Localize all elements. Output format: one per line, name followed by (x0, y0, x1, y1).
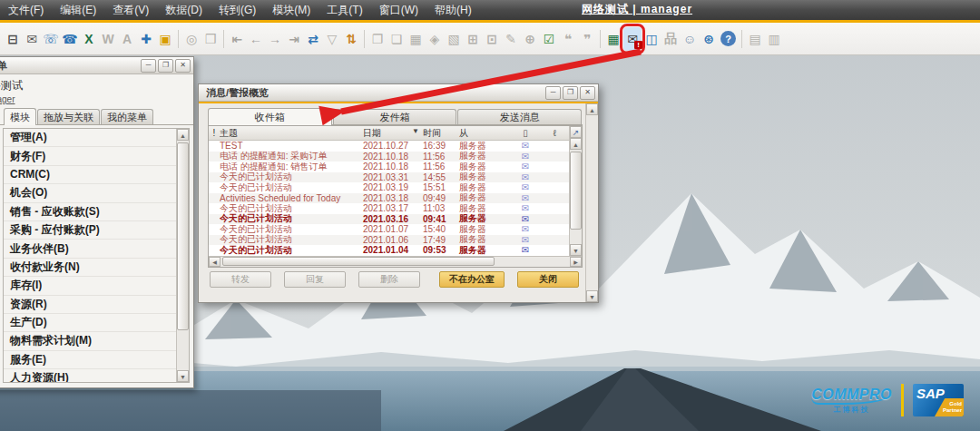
scroll-right-icon[interactable]: ▶ (570, 257, 582, 267)
menu-item[interactable]: 模块(M) (264, 0, 318, 20)
envelope-icon[interactable]: ✉ (505, 141, 546, 151)
envelope-icon[interactable]: ✉ (505, 172, 546, 182)
col-from[interactable]: 从 (459, 127, 505, 140)
table-row[interactable]: 今天的已计划活动 2021.03.19 15:51 服务器 ✉ (209, 182, 569, 193)
menu-item[interactable]: 查看(V) (104, 0, 157, 20)
scroll-up-icon[interactable]: ▲ (177, 129, 189, 141)
envelope-icon[interactable]: ✉ (505, 235, 546, 245)
scroll-left-icon[interactable]: ◀ (209, 257, 220, 267)
sidebar-item[interactable]: 收付款业务(N) (4, 259, 176, 277)
first-record-icon[interactable]: ⇤ (228, 27, 246, 51)
comment-icon[interactable]: ❝ (559, 27, 577, 51)
sidebar-item[interactable]: 业务伙伴(B) (4, 240, 176, 258)
export-excel-icon[interactable]: X (80, 27, 98, 51)
toolbar-divider[interactable] (223, 30, 224, 48)
tab-my-menu[interactable]: 我的菜单 (101, 109, 153, 124)
report2-icon[interactable]: ▥ (765, 27, 783, 51)
tab-outbox[interactable]: 发件箱 (333, 109, 457, 124)
envelope-icon[interactable]: ✉ (505, 203, 546, 213)
envelope-icon[interactable]: ✉ (505, 182, 546, 192)
fax-icon[interactable]: ☎ (61, 27, 79, 51)
toolbar-divider[interactable] (741, 30, 742, 48)
edit-icon[interactable]: ✎ (502, 27, 520, 51)
copy-from-icon[interactable]: ❏ (387, 27, 406, 51)
scroll-down-icon[interactable]: ▼ (177, 370, 189, 382)
menu-item[interactable]: 工具(T) (318, 0, 370, 20)
queue-icon[interactable]: ❒ (201, 27, 220, 51)
sidebar-scrollbar[interactable]: ▲ ▼ (176, 129, 189, 382)
col-status document-icon[interactable]: ▯ (505, 128, 546, 138)
toolbar-divider[interactable] (364, 30, 365, 48)
col-attachment paperclip-icon[interactable]: ℓ (546, 128, 563, 138)
scroll-down-icon[interactable]: ▼ (586, 290, 598, 302)
scroll-thumb[interactable] (222, 257, 495, 266)
tab-modules[interactable]: 模块 (4, 108, 36, 125)
note-icon[interactable]: ❞ (578, 27, 596, 51)
query-icon[interactable]: ⊡ (483, 27, 501, 51)
employee-icon[interactable]: ☺ (681, 27, 699, 51)
add-activity-icon[interactable]: ⊕ (521, 27, 539, 51)
table-row[interactable]: 今天的已计划活动 2021.01.04 09:53 服务器 ✉ (209, 245, 569, 256)
menu-item[interactable]: 文件(F) (0, 0, 52, 20)
refresh-record-icon[interactable]: ⇄ (304, 27, 322, 51)
menu-item[interactable]: 窗口(W) (371, 0, 426, 20)
close-button[interactable]: 关闭 (517, 271, 579, 288)
sidebar-item[interactable]: 生产(D) (4, 314, 176, 332)
scroll-thumb[interactable] (570, 152, 582, 230)
dialog-scrollbar[interactable]: ▲ ▼ (585, 103, 598, 302)
next-record-icon[interactable]: → (266, 27, 284, 51)
envelope-icon[interactable]: ✉ (505, 193, 546, 203)
sidebar-item[interactable]: 机会(O) (4, 184, 176, 202)
forward-button[interactable]: 转发 (210, 271, 271, 288)
expand-grid-icon[interactable]: ↗ (570, 126, 582, 138)
lock-screen-icon[interactable]: ▣ (156, 27, 174, 51)
envelope-icon[interactable]: ✉ (505, 162, 546, 171)
col-time[interactable]: 时间 (423, 127, 459, 140)
find-icon[interactable]: ◎ (182, 27, 201, 51)
col-date[interactable]: 日期▼ (363, 127, 423, 140)
col-subject[interactable]: 主题 (220, 127, 363, 140)
close-icon[interactable]: ✕ (580, 86, 595, 100)
minimize-icon[interactable]: ─ (545, 86, 561, 100)
related-window-icon[interactable]: ◫ (642, 27, 661, 51)
sidebar-item[interactable]: 管理(A) (4, 129, 176, 147)
envelope-icon[interactable]: ✉ (505, 245, 546, 255)
dialog-titlebar[interactable]: 消息/警报概览 ─ ❐ ✕ (199, 84, 598, 102)
gross-profit-icon[interactable]: ▧ (445, 27, 463, 51)
col-exclamation[interactable]: ! (209, 128, 220, 138)
menu-item[interactable]: 转到(G) (211, 0, 264, 20)
help-icon[interactable]: ? (720, 31, 736, 46)
previous-record-icon[interactable]: ← (247, 27, 265, 51)
envelope-icon[interactable]: ✉ (505, 224, 546, 234)
menu-item[interactable]: 数据(D) (157, 0, 211, 20)
table-scrollbar[interactable]: ↗ ▲ ▼ (569, 126, 582, 256)
user-tables-icon[interactable]: ▦ (604, 27, 622, 51)
scroll-up-icon[interactable]: ▲ (570, 138, 582, 150)
print-icon[interactable]: ⊟ (4, 27, 22, 51)
sidebar-item[interactable]: CRM(C) (4, 166, 176, 184)
sms-icon[interactable]: ☏ (42, 27, 60, 51)
form-settings-icon[interactable]: ☑ (540, 27, 558, 51)
delete-button[interactable]: 删除 (358, 271, 420, 288)
report1-icon[interactable]: ▤ (746, 27, 764, 51)
copy-to-icon[interactable]: ❐ (368, 27, 387, 51)
sidebar-item[interactable]: 服务(E) (4, 351, 176, 369)
out-of-office-button[interactable]: 不在办公室 (439, 271, 505, 288)
email-icon[interactable]: ✉ (23, 27, 41, 51)
journal-preview-icon[interactable]: ▦ (407, 27, 425, 51)
export-pdf-icon[interactable]: A (118, 27, 136, 51)
sort-table-icon[interactable]: ⇅ (342, 27, 360, 51)
envelope-icon[interactable]: ✉ (505, 214, 546, 224)
document-table-icon[interactable]: ⊞ (464, 27, 482, 51)
scroll-thumb[interactable] (177, 142, 189, 330)
table-hscrollbar[interactable]: ◀ ▶ (209, 256, 582, 267)
minimize-icon[interactable]: ─ (141, 59, 156, 73)
sidebar-item[interactable]: 物料需求计划(M) (4, 332, 176, 350)
org-chart-icon[interactable]: 品 (662, 27, 680, 51)
launch-application-icon[interactable]: ✚ (137, 27, 155, 51)
payment-means-icon[interactable]: ◈ (426, 27, 444, 51)
last-record-icon[interactable]: ⇥ (285, 27, 303, 51)
close-icon[interactable]: ✕ (175, 59, 191, 73)
filter-icon[interactable]: ▽ (323, 27, 341, 51)
sidebar-item[interactable]: 采购 - 应付账款(P) (4, 221, 176, 240)
